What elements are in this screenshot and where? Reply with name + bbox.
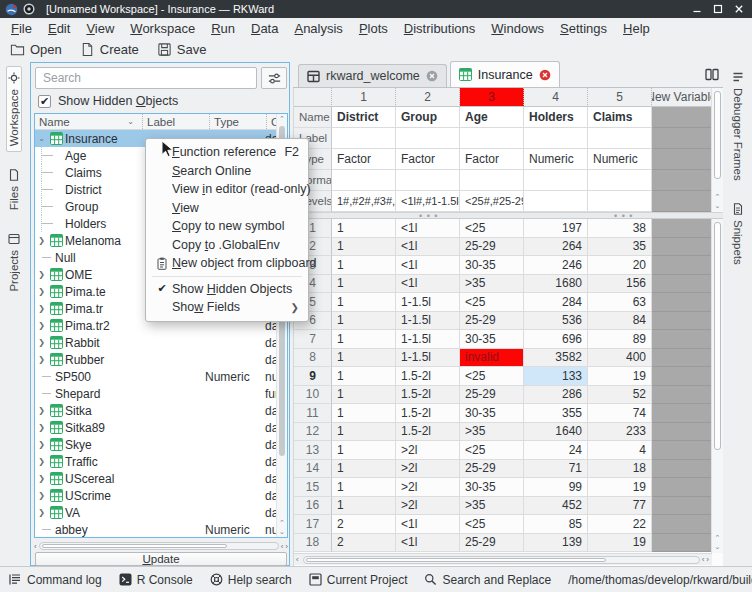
cell-r4c3[interactable]: >35 [460,275,524,294]
meta-cell[interactable]: Numeric [588,149,652,170]
expander-collapsed-icon[interactable]: ❯ [35,321,48,330]
create-button[interactable]: Create [75,41,144,58]
minimize-button[interactable] [689,2,705,16]
cell-r6c1[interactable]: 1 [332,312,396,331]
cell-r5c5[interactable]: 63 [588,293,652,312]
meta-cell[interactable] [460,128,524,149]
cell-r7c4[interactable]: 696 [524,330,588,349]
new-variable-cell[interactable] [652,107,712,128]
expander-collapsed-icon[interactable]: ❯ [35,440,48,449]
statusbar-item-r-console[interactable]: R Console [119,573,193,587]
cell-r14c2[interactable]: >2l [396,460,460,479]
cell-r10c5[interactable]: 52 [588,386,652,405]
cell-r9c5[interactable]: 19 [588,367,652,386]
new-variable-cell[interactable] [652,367,712,386]
menu-item-search-online[interactable]: Search Online [146,162,308,181]
cell-r11c3[interactable]: 30-35 [460,404,524,423]
menu-plots[interactable]: Plots [351,20,396,37]
maximize-button[interactable] [710,2,726,16]
new-variable-cell[interactable] [652,404,712,423]
cell-r15c3[interactable]: 30-35 [460,478,524,497]
cell-r16c2[interactable]: >2l [396,497,460,516]
new-variable-cell[interactable] [652,275,712,294]
cell-r13c4[interactable]: 24 [524,441,588,460]
cell-r1c1[interactable]: 1 [332,219,396,238]
cell-r6c4[interactable]: 536 [524,312,588,331]
menu-file[interactable]: File [3,20,40,37]
statusbar-item-help-search[interactable]: Help search [210,573,292,587]
meta-cell[interactable] [524,191,588,212]
scroll-left-icon[interactable]: ‹ [294,555,301,564]
cell-r1c3[interactable]: <25 [460,219,524,238]
tree-column-header-label[interactable]: Label [142,114,209,129]
row-header-8[interactable]: 8 [294,349,332,368]
new-variable-cell[interactable] [652,423,712,442]
cell-r15c5[interactable]: 19 [588,478,652,497]
statusbar-item-search-and-replace[interactable]: Search and Replace [424,573,551,587]
cell-r8c4[interactable]: 3582 [524,349,588,368]
scroll-track[interactable] [303,556,700,564]
tree-column-header-name[interactable]: Name⌄ [35,114,142,129]
cell-r10c2[interactable]: 1.5-2l [396,386,460,405]
tree-item-rabbit[interactable]: ❯Rabbitdat [35,334,287,351]
new-variable-cell[interactable] [652,170,712,191]
meta-cell[interactable]: <1l#,#1-1.5l#,... [396,191,460,212]
tree-item-uscereal[interactable]: ❯UScerealdat [35,470,287,487]
scroll-left-icon[interactable]: ‹ [281,542,284,551]
new-variable-cell[interactable] [652,191,712,212]
tree-item-traffic[interactable]: ❯Trafficdat [35,453,287,470]
cell-r9c2[interactable]: 1.5-2l [396,367,460,386]
new-variable-cell[interactable] [652,149,712,170]
scroll-up-icon[interactable]: ⌃ [712,534,723,542]
expander-collapsed-icon[interactable]: ❯ [35,491,48,500]
row-header-10[interactable]: 10 [294,386,332,405]
cell-r9c4[interactable]: 133 [524,367,588,386]
column-header-3[interactable]: 3 [460,88,524,107]
meta-cell[interactable] [588,191,652,212]
cell-r1c5[interactable]: 38 [588,219,652,238]
tree-item-rubber[interactable]: ❯Rubberdat [35,351,287,368]
cell-r13c1[interactable]: 1 [332,441,396,460]
cell-r6c2[interactable]: 1-1.5l [396,312,460,331]
scroll-track[interactable] [39,542,279,550]
new-variable-cell[interactable] [652,128,712,149]
pane-splitter[interactable]: • • •• • • [294,212,723,219]
scroll-right-icon[interactable]: › [706,555,709,564]
cell-r3c1[interactable]: 1 [332,256,396,275]
meta-cell[interactable] [396,170,460,191]
show-hidden-objects-checkbox[interactable]: ✔ Show Hidden Objects [38,94,178,108]
cell-r17c3[interactable]: <25 [460,515,524,534]
scroll-thumb[interactable] [714,91,721,179]
row-header-15[interactable]: 15 [294,478,332,497]
statusbar-item-current-project[interactable]: Current Project [309,573,408,587]
corner-cell[interactable] [294,88,332,107]
row-header-7[interactable]: 7 [294,330,332,349]
cell-r12c3[interactable]: >35 [460,423,524,442]
split-view-icon[interactable] [705,68,719,81]
cell-r18c1[interactable]: 2 [332,534,396,553]
scroll-up-icon[interactable]: ⌃ [712,193,723,201]
dock-tab-files[interactable]: Files [7,164,21,215]
expander-collapsed-icon[interactable]: ❯ [35,457,48,466]
menu-item-copy-to-globalenv[interactable]: Copy to .GlobalEnv [146,236,308,255]
meta-cell[interactable]: Age [460,107,524,128]
new-variable-cell[interactable] [652,349,712,368]
expander-collapsed-icon[interactable]: ❯ [35,423,48,432]
cell-r1c4[interactable]: 197 [524,219,588,238]
new-variable-cell[interactable] [652,293,712,312]
menu-windows[interactable]: Windows [483,20,552,37]
scroll-left-icon[interactable]: ‹ [34,542,37,551]
meta-row-header[interactable]: Name [294,107,332,128]
dock-tab-workspace[interactable]: Workspace [6,66,22,152]
row-header-14[interactable]: 14 [294,460,332,479]
tree-horizontal-scrollbar[interactable]: ‹ ‹ › [34,541,288,551]
expander-collapsed-icon[interactable]: ❯ [35,236,48,245]
document-tab-insurance[interactable]: Insurance [450,61,560,87]
cell-r12c5[interactable]: 233 [588,423,652,442]
update-button[interactable]: Update [35,552,287,566]
cell-r12c4[interactable]: 1640 [524,423,588,442]
column-header-2[interactable]: 2 [396,88,460,107]
cell-r2c5[interactable]: 35 [588,238,652,257]
cell-r14c4[interactable]: 71 [524,460,588,479]
meta-cell[interactable] [460,170,524,191]
